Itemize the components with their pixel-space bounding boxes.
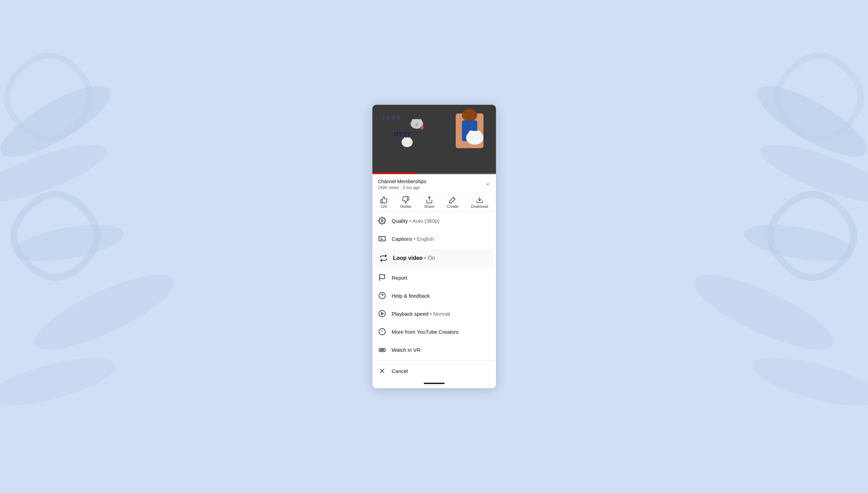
create-label: Create [447,204,458,209]
handle-bar [424,383,445,384]
cancel-label: Cancel [392,368,408,374]
help-label: Help & feedback [392,293,430,299]
svg-point-1 [0,134,113,214]
chevron-down-icon[interactable]: ⌄ [485,179,490,187]
menu-item-report[interactable]: Report [372,269,496,287]
menu-item-captions[interactable]: Captions • English [372,230,496,248]
svg-text:LURK: LURK [383,114,402,120]
phone-container: LURK HYPE [372,105,496,388]
svg-point-42 [382,349,384,351]
svg-point-4 [0,348,120,416]
share-label: Share [424,204,434,209]
playback-icon [378,309,386,318]
bottom-sheet-menu: Quality • Auto (360p) Captions • English [372,211,496,388]
download-label: Download [471,204,488,209]
svg-point-21 [462,109,477,121]
more-label: More from YouTube Creators [392,329,459,335]
report-label: Report [392,275,407,281]
like-count: 12K [380,204,387,209]
bottom-handle [372,380,496,388]
menu-divider [372,360,496,360]
share-icon [425,196,433,204]
playback-label: Playback speed • Normal [392,311,450,317]
loop-icon [379,254,388,262]
gear-icon [378,216,386,225]
download-icon [476,196,483,204]
svg-point-18 [403,137,406,142]
video-progress-fill [372,173,416,174]
video-title: Channel Memberships [378,178,427,185]
svg-text:HYPE: HYPE [394,131,412,137]
menu-item-loop[interactable]: Loop video • On [375,249,493,267]
create-icon [449,196,456,204]
share-button[interactable]: Share [424,196,434,209]
video-progress-bar[interactable] [372,173,496,174]
svg-point-24 [469,130,474,136]
download-button[interactable]: Download [471,196,488,209]
svg-point-2 [12,218,127,268]
action-bar: 12K Dislike Share Create [372,193,496,211]
vr-icon [378,346,386,354]
vr-label: Watch in VR [392,347,421,353]
svg-marker-36 [381,312,384,315]
svg-point-9 [748,348,868,416]
svg-point-17 [402,137,413,147]
info-icon [378,328,386,336]
svg-point-0 [0,74,119,169]
help-icon [378,291,386,300]
loop-label: Loop video • On [393,255,435,261]
svg-point-35 [379,311,385,317]
video-thumbnail[interactable]: LURK HYPE [372,105,496,174]
dislike-icon [402,196,410,204]
menu-item-vr[interactable]: Watch in VR [372,341,496,359]
svg-point-7 [741,218,856,268]
like-button[interactable]: 12K [380,196,388,209]
svg-point-41 [380,349,382,351]
svg-rect-40 [379,348,385,351]
svg-point-5 [749,74,868,169]
menu-item-playback[interactable]: Playback speed • Normal [372,305,496,323]
svg-point-14 [412,119,415,124]
thumbnail-content: LURK HYPE [372,105,496,174]
cancel-icon [378,367,386,375]
quality-label: Quality • Auto (360p) [392,218,440,224]
captions-label: Captions • English [392,236,434,242]
menu-item-more[interactable]: More from YouTube Creators [372,323,496,341]
menu-item-cancel[interactable]: Cancel [372,362,496,380]
svg-point-33 [379,292,385,299]
dislike-button[interactable]: Dislike [400,196,411,209]
menu-item-quality[interactable]: Quality • Auto (360p) [372,212,496,230]
menu-item-help[interactable]: Help & feedback [372,287,496,305]
captions-icon [378,235,386,243]
like-icon [380,196,388,204]
svg-point-16 [415,123,418,126]
dislike-label: Dislike [400,204,411,209]
video-meta: 249K views · 3 mo ago [378,185,427,190]
svg-point-25 [475,130,481,136]
create-button[interactable]: Create [447,196,458,209]
video-info-row: Channel Memberships 249K views · 3 mo ag… [372,174,496,193]
svg-point-19 [408,137,411,142]
svg-point-15 [419,119,422,124]
svg-point-30 [381,220,383,222]
flag-icon [378,273,386,282]
svg-rect-31 [379,237,385,241]
svg-point-6 [755,134,868,214]
svg-point-8 [685,261,841,364]
svg-point-3 [26,261,182,364]
